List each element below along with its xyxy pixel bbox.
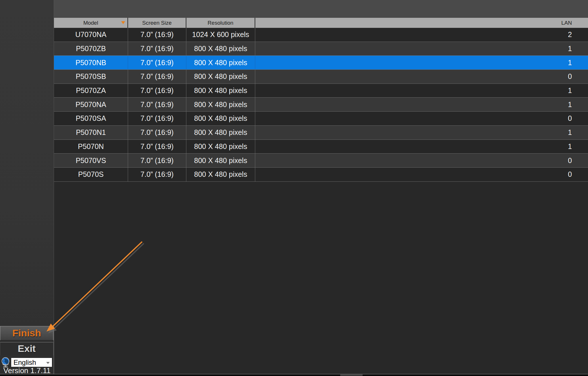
table-header: Model Screen Size Resolution LAN xyxy=(54,18,588,28)
cell-model: U7070NA xyxy=(54,28,128,42)
column-header-lan[interactable]: LAN xyxy=(255,18,588,28)
finish-button[interactable]: Finish xyxy=(0,326,53,340)
table-row[interactable]: P5070NA7.0” (16:9)800 X 480 pixels1 xyxy=(54,98,588,112)
column-header-lan-label: LAN xyxy=(561,20,572,26)
cell-screen-size: 7.0” (16:9) xyxy=(128,70,186,84)
table-row[interactable]: P5070SA7.0” (16:9)800 X 480 pixels0 xyxy=(54,112,588,126)
cell-lan: 2 xyxy=(255,28,588,42)
cell-lan: 1 xyxy=(255,140,588,154)
cell-lan: 1 xyxy=(255,84,588,98)
column-header-resolution[interactable]: Resolution xyxy=(186,18,255,28)
sidebar-main-divider xyxy=(54,0,54,374)
cell-model: P5070N xyxy=(54,140,128,154)
cell-screen-size: 7.0” (16:9) xyxy=(128,126,186,139)
table-row[interactable]: P5070N7.0” (16:9)800 X 480 pixels1 xyxy=(54,140,588,154)
cell-lan: 1 xyxy=(255,56,588,69)
column-header-screen-size[interactable]: Screen Size xyxy=(128,18,186,28)
cell-resolution: 800 X 480 pixels xyxy=(186,126,255,139)
main-panel: Model Screen Size Resolution LAN U7070NA… xyxy=(54,0,588,374)
cell-lan: 0 xyxy=(255,154,588,167)
cell-model: P5070NB xyxy=(54,56,128,69)
cell-resolution: 800 X 480 pixels xyxy=(186,98,255,111)
top-strip xyxy=(54,0,588,18)
cell-model: P5070S xyxy=(54,168,128,181)
cell-model: P5070VS xyxy=(54,154,128,167)
cell-screen-size: 7.0” (16:9) xyxy=(128,112,186,125)
table-row[interactable]: P5070SB7.0” (16:9)800 X 480 pixels0 xyxy=(54,70,588,84)
cell-resolution: 800 X 480 pixels xyxy=(186,140,255,154)
table-row[interactable]: P5070ZB7.0” (16:9)800 X 480 pixels1 xyxy=(54,42,588,56)
cell-lan: 1 xyxy=(255,98,588,111)
cell-resolution: 800 X 480 pixels xyxy=(186,56,255,69)
app-window: { "table": { "columns": [ { "label": "Mo… xyxy=(0,0,588,376)
cell-screen-size: 7.0” (16:9) xyxy=(128,168,186,181)
column-header-resolution-label: Resolution xyxy=(208,20,233,26)
cell-lan: 1 xyxy=(255,126,588,139)
language-select[interactable]: English xyxy=(11,358,52,367)
exit-button[interactable]: Exit xyxy=(0,342,53,355)
cell-resolution: 800 X 480 pixels xyxy=(186,168,255,181)
cell-screen-size: 7.0” (16:9) xyxy=(128,98,186,111)
table-row[interactable]: P5070ZA7.0” (16:9)800 X 480 pixels1 xyxy=(54,84,588,98)
cell-model: P5070NA xyxy=(54,98,128,111)
cell-screen-size: 7.0” (16:9) xyxy=(128,84,186,98)
sort-descending-icon xyxy=(121,21,125,24)
cell-resolution: 800 X 480 pixels xyxy=(186,42,255,56)
table-row[interactable]: P5070S7.0” (16:9)800 X 480 pixels0 xyxy=(54,168,588,182)
cell-resolution: 800 X 480 pixels xyxy=(186,154,255,167)
cell-screen-size: 7.0” (16:9) xyxy=(128,42,186,56)
cell-lan: 0 xyxy=(255,70,588,84)
language-select-value: English xyxy=(13,358,36,366)
column-header-model[interactable]: Model xyxy=(54,18,128,28)
cell-lan: 0 xyxy=(255,112,588,125)
cell-lan: 1 xyxy=(255,42,588,56)
taskbar-item-stub[interactable] xyxy=(340,374,363,376)
cell-screen-size: 7.0” (16:9) xyxy=(128,154,186,167)
column-header-screen-size-label: Screen Size xyxy=(142,20,171,26)
cell-lan: 0 xyxy=(255,168,588,181)
sidebar-main-divider-highlight xyxy=(54,325,54,374)
cell-model: P5070N1 xyxy=(54,126,128,139)
cell-screen-size: 7.0” (16:9) xyxy=(128,28,186,42)
cell-model: P5070ZA xyxy=(54,84,128,98)
table-row[interactable]: U7070NA7.0” (16:9)1024 X 600 pixels2 xyxy=(54,28,588,42)
cell-resolution: 800 X 480 pixels xyxy=(186,70,255,84)
dropdown-arrow-icon xyxy=(46,362,50,364)
cell-model: P5070ZB xyxy=(54,42,128,56)
column-header-model-label: Model xyxy=(83,20,98,26)
table-row[interactable]: P5070VS7.0” (16:9)800 X 480 pixels0 xyxy=(54,154,588,168)
cell-resolution: 800 X 480 pixels xyxy=(186,84,255,98)
table-body: U7070NA7.0” (16:9)1024 X 600 pixels2P507… xyxy=(54,28,588,182)
table-row[interactable]: P5070NB7.0” (16:9)800 X 480 pixels1 xyxy=(54,56,588,70)
cell-model: P5070SB xyxy=(54,70,128,84)
sidebar: Finish Exit English Version 1.7.11 xyxy=(0,0,54,376)
cell-resolution: 1024 X 600 pixels xyxy=(186,28,255,42)
cell-model: P5070SA xyxy=(54,112,128,125)
cell-screen-size: 7.0” (16:9) xyxy=(128,56,186,69)
table-row[interactable]: P5070N17.0” (16:9)800 X 480 pixels1 xyxy=(54,126,588,140)
cell-screen-size: 7.0” (16:9) xyxy=(128,140,186,154)
hidden-taskbar-edge[interactable] xyxy=(0,374,588,376)
cell-resolution: 800 X 480 pixels xyxy=(186,112,255,125)
